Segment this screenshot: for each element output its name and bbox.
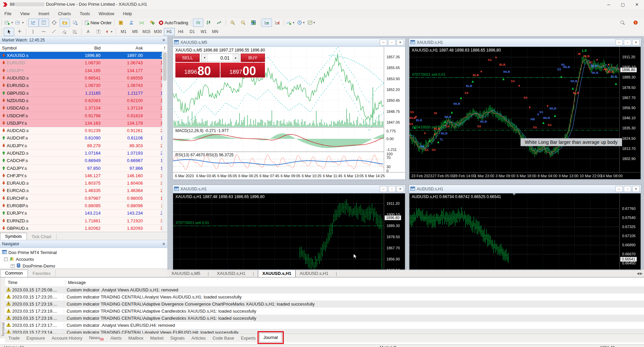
terminal-tab-code-base[interactable]: Code Base <box>209 335 237 342</box>
fibonacci-tool[interactable]: F <box>69 28 80 36</box>
market-watch-row[interactable]: AUDCHF.s0.610900.6110616 <box>0 134 167 142</box>
chart-area[interactable]: 1911.201900.101889.301878.501867.701856.… <box>409 47 641 179</box>
menu-help[interactable]: Help <box>118 11 136 16</box>
chart-shift-toggle[interactable] <box>272 19 282 27</box>
journal-row[interactable]: 2023.03.15 17:23:19....Custom indicator … <box>5 315 644 322</box>
auto-scroll-toggle[interactable] <box>262 19 272 27</box>
timeframe-h4[interactable]: H4 <box>175 28 186 36</box>
maximize-button[interactable]: ▢ <box>616 0 630 9</box>
navigator-item-accounts[interactable]: −Accounts <box>2 256 167 262</box>
timeframe-d1[interactable]: D1 <box>187 28 198 36</box>
close-button[interactable]: ✕ <box>630 0 644 9</box>
chart-window-xauusd-s-m5-0[interactable]: XAUUSD.s,M5─▫✕1857.351855.651853.901852.… <box>172 38 406 180</box>
chart-restore-button[interactable]: ▫ <box>624 39 631 45</box>
market-watch-toggle[interactable] <box>28 19 39 27</box>
tab-symbols[interactable]: Symbols <box>0 233 27 241</box>
templates-button[interactable]: ▼ <box>306 19 317 27</box>
volume-increase-button[interactable]: ▲ <box>232 54 239 62</box>
chart-window-titlebar[interactable]: AUDUSD.s,H1─▫✕ <box>409 185 641 193</box>
navigator-item-dooprime-demo[interactable]: +DooPrime-Demo <box>2 262 167 269</box>
terminal-tab-mailbox[interactable]: Mailbox <box>125 335 147 342</box>
journal-row[interactable]: 2023.03.15 17:23:20....Custom indicator … <box>5 293 644 301</box>
timeframe-mn[interactable]: MN <box>210 28 221 36</box>
candlestick-chart-button[interactable] <box>203 19 214 27</box>
menu-file[interactable]: File <box>0 11 16 16</box>
data-window-toggle[interactable] <box>39 19 49 27</box>
toolbar-grip[interactable] <box>1 29 3 35</box>
chart-close-button[interactable]: ✕ <box>397 39 404 45</box>
autotrading-button[interactable]: AutoTrading <box>158 19 189 27</box>
market-watch-scrollbar[interactable] <box>162 51 167 232</box>
market-watch-row[interactable]: USDCAD.s1.371041.3712420 <box>0 104 167 112</box>
market-watch-row[interactable]: EURUSD.s1.067301.0674313 <box>0 82 167 89</box>
journal-row[interactable]: 2023.03.15 17:23:17....Custom indicator … <box>5 322 644 329</box>
tile-windows-button[interactable] <box>248 19 259 27</box>
market-watch-row[interactable]: EURJPY.s143.214143.23420 <box>0 210 167 217</box>
bar-chart-button[interactable] <box>193 19 203 27</box>
chart-window-titlebar[interactable]: XAUUSD.s,H1─▫✕ <box>173 185 405 193</box>
chart-close-button[interactable]: ✕ <box>632 186 640 192</box>
market-watch-row[interactable]: USDCHF.s0.917980.9181921 <box>0 112 167 119</box>
tab-favorites[interactable]: Favorites <box>28 270 56 277</box>
tab-common[interactable]: Common <box>0 270 28 277</box>
chart-close-button[interactable]: ✕ <box>632 39 640 45</box>
close-icon[interactable]: ✕ <box>162 242 165 246</box>
minimize-button[interactable]: ─ <box>602 0 616 9</box>
crosshair-tool[interactable] <box>14 28 25 36</box>
chart-window-xauusd-s-h1-1[interactable]: XAUUSD.s,H1─▫✕1911.201900.101889.301878.… <box>409 38 641 180</box>
navigator-toggle[interactable] <box>49 19 60 27</box>
volume-decrease-button[interactable]: ▼ <box>201 54 208 62</box>
market-watch-row[interactable]: CADCHF.s0.669490.6696718 <box>0 157 167 164</box>
channel-tool[interactable]: E <box>59 28 69 36</box>
market-watch-row[interactable]: AUDJPY.s89.27989.30324 <box>0 142 167 150</box>
market-watch-row[interactable]: EURUSD1.067301.0674313 <box>0 59 167 67</box>
terminal-tab-market[interactable]: Market <box>147 335 167 342</box>
sell-button[interactable]: SELL <box>175 54 200 62</box>
timeframe-m5[interactable]: M5 <box>130 28 140 36</box>
market-watch-header[interactable]: Symbol Bid Ask ! <box>0 44 167 52</box>
menu-charts[interactable]: Charts <box>54 11 75 16</box>
volume-input[interactable]: 0.01 <box>208 54 232 62</box>
timeframe-m1[interactable]: M1 <box>118 28 129 36</box>
chart-area[interactable]: 1857.351855.651853.901852.201850.451848.… <box>173 47 405 179</box>
chart-minimize-button[interactable]: ─ <box>615 186 623 192</box>
new-order-button[interactable]: New Order <box>83 19 113 27</box>
market-watch-row[interactable]: GBPAUD.s1.820621.8209331 <box>0 225 167 232</box>
market-watch-row[interactable]: EURCAD.s1.463351.4636429 <box>0 187 167 194</box>
timeframe-m30[interactable]: M30 <box>152 28 163 36</box>
search-button[interactable] <box>617 19 628 27</box>
chart-window-audusd-s-h1-3[interactable]: AUDUSD.s,H1─▫✕0.677600.675400.673250.671… <box>409 185 641 270</box>
terminal-tab-alerts[interactable]: Alerts <box>107 335 125 342</box>
buy-button[interactable]: BUY <box>241 54 265 62</box>
arrows-tool[interactable]: ▼ <box>104 28 114 36</box>
text-tool[interactable]: A <box>83 28 93 36</box>
new-chart-button[interactable]: ▼ <box>4 19 14 27</box>
cursor-tool[interactable] <box>4 28 14 36</box>
signals-button[interactable] <box>137 19 147 27</box>
market-watch-row[interactable]: NZDUSD.s0.620830.6210017 <box>0 97 167 104</box>
chart-window-titlebar[interactable]: XAUUSD.s,M5─▫✕ <box>173 38 405 47</box>
terminal-tab-news[interactable]: News99 <box>86 334 107 342</box>
chart-close-button[interactable]: ✕ <box>397 186 404 192</box>
timeframe-m15[interactable]: M15 <box>141 28 152 36</box>
market-watch-row[interactable]: CHFJPY.s146.127146.16033 <box>0 172 167 180</box>
chart-area[interactable]: 1911.201900.101889.301878.501867.701856.… <box>173 193 405 270</box>
chart-minimize-button[interactable]: ─ <box>380 39 387 45</box>
notification-button[interactable] <box>630 19 641 27</box>
chart-minimize-button[interactable]: ─ <box>615 39 623 45</box>
chart-window-xauusd-s-h1-2[interactable]: XAUUSD.s,H1─▫✕1911.201900.101889.301878.… <box>172 185 406 270</box>
tabs-scroll-right-icon[interactable]: ▶ <box>640 272 643 275</box>
chart-restore-button[interactable]: ▫ <box>388 39 396 45</box>
market-watch-row[interactable]: EURCHF.s0.979870.9800518 <box>0 195 167 202</box>
zoom-out-button[interactable] <box>238 19 248 27</box>
terminal-tab-journal[interactable]: Journal <box>259 333 282 342</box>
order-line[interactable] <box>409 130 620 130</box>
order-line[interactable] <box>173 226 384 226</box>
terminal-tab-articles[interactable]: Articles <box>188 335 209 342</box>
buy-price[interactable]: 189700 <box>221 63 265 77</box>
market-watch-row[interactable]: AUDNZD.s1.071641.0719329 <box>0 150 167 157</box>
chart-area[interactable]: 0.677600.675400.673250.671050.668900.666… <box>409 193 641 270</box>
chart-restore-button[interactable]: ▫ <box>388 186 396 192</box>
profiles-button[interactable]: ▼ <box>14 19 25 27</box>
chart-window-titlebar[interactable]: XAUUSD.s,H1─▫✕ <box>409 38 641 47</box>
